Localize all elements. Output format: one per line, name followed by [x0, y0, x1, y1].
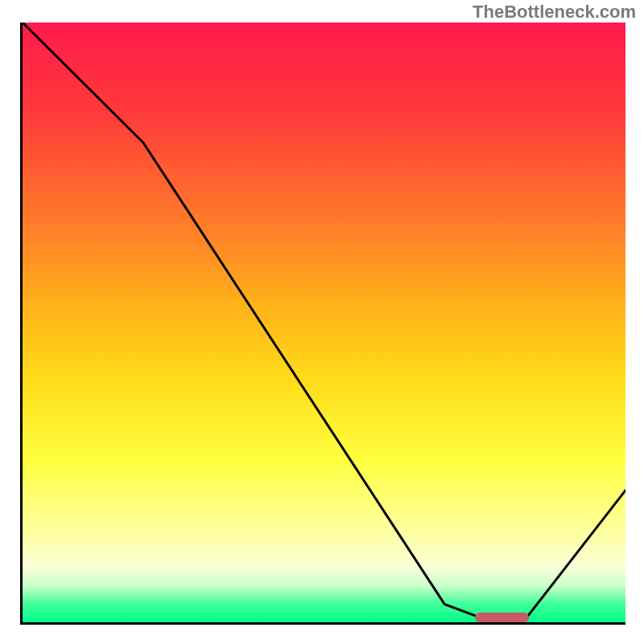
- plot-area: [20, 23, 625, 625]
- attribution-text: TheBottleneck.com: [473, 2, 636, 23]
- curve-path: [23, 23, 625, 622]
- chart-container: TheBottleneck.com: [0, 0, 644, 644]
- optimal-range-marker: [475, 613, 529, 622]
- bottleneck-curve: [23, 23, 625, 622]
